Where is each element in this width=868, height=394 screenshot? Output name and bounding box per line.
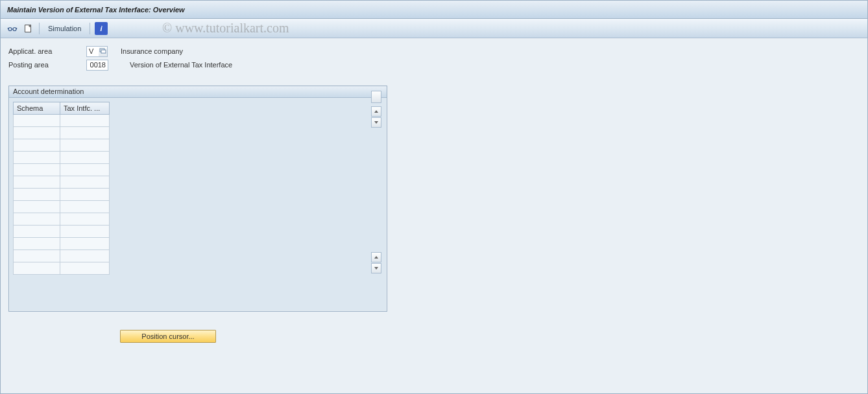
- applicat-area-input[interactable]: [86, 46, 99, 57]
- table-row[interactable]: [14, 238, 110, 250]
- applicat-area-label: Applicat. area: [8, 47, 86, 55]
- cell-tax[interactable]: [60, 213, 110, 226]
- table-row[interactable]: [14, 213, 110, 226]
- table-row[interactable]: [14, 250, 110, 262]
- table-row[interactable]: [14, 262, 110, 275]
- cell-tax[interactable]: [60, 226, 110, 238]
- col-header-tax[interactable]: Tax Intfc. ...: [60, 102, 110, 115]
- table-header-row: Schema Tax Intfc. ...: [14, 102, 110, 115]
- cell-schema[interactable]: [14, 127, 60, 139]
- window-title-bar: Maintain Version of External Tax Interfa…: [1, 1, 867, 19]
- scroll-up-button[interactable]: [371, 106, 381, 117]
- toolbar-separator: [39, 23, 40, 34]
- grid-wrapper: Schema Tax Intfc. ...: [13, 102, 383, 275]
- cell-schema[interactable]: [14, 176, 60, 189]
- cell-tax[interactable]: [60, 127, 110, 139]
- posting-area-desc: Version of External Tax Interface: [130, 61, 232, 69]
- cell-schema[interactable]: [14, 226, 60, 238]
- info-icon[interactable]: i: [95, 22, 108, 35]
- cell-tax[interactable]: [60, 262, 110, 275]
- cell-schema[interactable]: [14, 262, 60, 275]
- simulation-button[interactable]: Simulation: [44, 25, 85, 32]
- vertical-scrollbar: [371, 106, 381, 273]
- table-row[interactable]: [14, 115, 110, 127]
- account-determination-panel: Account determination Schema Tax Intfc. …: [8, 86, 387, 312]
- cell-schema[interactable]: [14, 152, 60, 164]
- cell-schema[interactable]: [14, 189, 60, 201]
- svg-point-1: [13, 27, 16, 30]
- cell-schema[interactable]: [14, 201, 60, 213]
- cell-tax[interactable]: [60, 164, 110, 176]
- cell-tax[interactable]: [60, 238, 110, 250]
- position-cursor-button[interactable]: Position cursor...: [120, 330, 216, 343]
- cell-tax[interactable]: [60, 139, 110, 152]
- table-row[interactable]: [14, 139, 110, 152]
- scroll-up-button[interactable]: [371, 252, 381, 262]
- cell-tax[interactable]: [60, 250, 110, 262]
- new-page-icon[interactable]: [21, 22, 34, 35]
- content-area: Applicat. area Insurance company Posting…: [1, 38, 867, 394]
- cell-tax[interactable]: [60, 115, 110, 127]
- cell-schema[interactable]: [14, 115, 60, 127]
- table-row[interactable]: [14, 226, 110, 238]
- svg-point-0: [8, 27, 12, 30]
- window-title: Maintain Version of External Tax Interfa…: [7, 6, 185, 14]
- svg-rect-5: [101, 50, 106, 53]
- table-row[interactable]: [14, 152, 110, 164]
- applicat-area-desc: Insurance company: [121, 47, 183, 55]
- cell-schema[interactable]: [14, 250, 60, 262]
- svg-text:i: i: [101, 25, 103, 32]
- cell-schema[interactable]: [14, 213, 60, 226]
- cell-schema[interactable]: [14, 139, 60, 152]
- cell-tax[interactable]: [60, 189, 110, 201]
- cell-tax[interactable]: [60, 152, 110, 164]
- cell-tax[interactable]: [60, 201, 110, 213]
- glasses-icon[interactable]: [6, 22, 19, 35]
- cell-schema[interactable]: [14, 164, 60, 176]
- posting-area-label: Posting area: [8, 61, 86, 69]
- cell-schema[interactable]: [14, 238, 60, 250]
- col-header-schema[interactable]: Schema: [14, 102, 60, 115]
- value-help-icon[interactable]: [99, 46, 108, 57]
- toolbar-separator: [90, 23, 90, 34]
- cell-tax[interactable]: [60, 176, 110, 189]
- application-toolbar: Simulation i: [1, 19, 867, 38]
- scroll-down-button[interactable]: [371, 117, 381, 128]
- table-row[interactable]: [14, 201, 110, 213]
- field-row-posting-area: Posting area Version of External Tax Int…: [8, 58, 860, 71]
- table-row[interactable]: [14, 164, 110, 176]
- table-row[interactable]: [14, 189, 110, 201]
- table-row[interactable]: [14, 127, 110, 139]
- field-row-applicat-area: Applicat. area Insurance company: [8, 45, 860, 58]
- account-determination-table[interactable]: Schema Tax Intfc. ...: [13, 102, 110, 275]
- table-row[interactable]: [14, 176, 110, 189]
- posting-area-input[interactable]: [86, 60, 108, 71]
- panel-title: Account determination: [9, 86, 387, 98]
- scroll-down-button[interactable]: [371, 263, 381, 273]
